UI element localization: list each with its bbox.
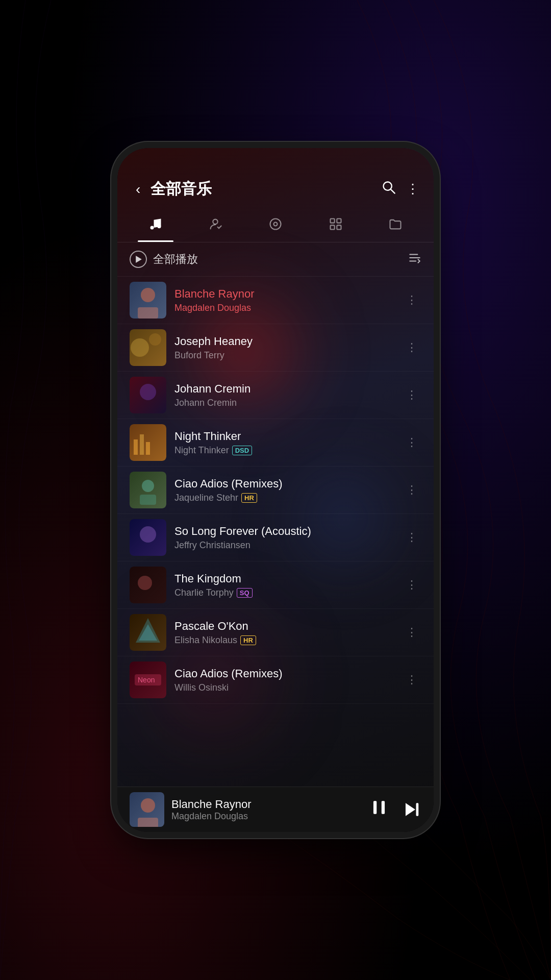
song-title: Blanche Raynor — [174, 287, 394, 301]
svg-marker-11 — [136, 256, 142, 263]
song-more-button[interactable]: ⋮ — [402, 337, 421, 358]
playlists-icon — [329, 217, 343, 235]
song-title: The Kingdom — [174, 572, 394, 585]
song-item[interactable]: So Long Forever (Acoustic) Jeffry Christ… — [117, 514, 434, 561]
svg-rect-43 — [373, 801, 377, 814]
song-title: Night Thinker — [174, 430, 394, 443]
song-item[interactable]: Neon Ciao Adios (Remixes) Willis Osinski… — [117, 656, 434, 704]
song-info: Ciao Adios (Remixes) Willis Osinski — [174, 667, 394, 693]
song-artist: Elisha Nikolaus HR — [174, 635, 394, 646]
song-item[interactable]: The Kingdom Charlie Torphy SQ ⋮ — [117, 561, 434, 609]
song-list: Blanche Raynor Magdalen Douglas ⋮ Joseph… — [117, 277, 434, 787]
quality-badge: HR — [241, 493, 257, 503]
pause-button[interactable] — [369, 798, 389, 822]
page-title: 全部音乐 — [151, 179, 375, 200]
play-all-button[interactable] — [130, 251, 147, 268]
song-thumbnail — [130, 424, 166, 461]
svg-rect-25 — [140, 434, 144, 455]
svg-point-3 — [157, 225, 161, 228]
song-info: The Kingdom Charlie Torphy SQ — [174, 572, 394, 598]
song-more-button[interactable]: ⋮ — [402, 574, 421, 596]
folders-icon — [388, 217, 403, 235]
song-info: Blanche Raynor Magdalen Douglas — [174, 287, 394, 313]
svg-point-4 — [213, 219, 218, 224]
svg-point-41 — [141, 798, 155, 813]
svg-rect-7 — [330, 219, 334, 223]
svg-rect-29 — [140, 495, 156, 505]
tab-songs[interactable] — [126, 212, 186, 242]
song-thumbnail — [130, 472, 166, 508]
tab-artists[interactable] — [186, 212, 246, 242]
now-playing-info: Blanche Raynor Magdalen Douglas — [171, 798, 362, 822]
header: ‹ 全部音乐 ⋮ — [117, 148, 434, 208]
song-item[interactable]: Pascale O'Kon Elisha Nikolaus HR ⋮ — [117, 609, 434, 656]
sort-button[interactable] — [408, 251, 421, 267]
svg-rect-42 — [138, 818, 158, 827]
song-thumbnail — [130, 282, 166, 318]
song-more-button[interactable]: ⋮ — [402, 384, 421, 406]
song-item[interactable]: Joseph Heaney Buford Terry ⋮ — [117, 324, 434, 372]
svg-rect-17 — [138, 307, 158, 318]
song-thumbnail — [130, 377, 166, 413]
song-item[interactable]: Blanche Raynor Magdalen Douglas ⋮ — [117, 277, 434, 324]
phone-inner: ‹ 全部音乐 ⋮ — [117, 148, 434, 832]
tab-albums[interactable] — [245, 212, 306, 242]
song-thumbnail — [130, 567, 166, 603]
svg-rect-24 — [134, 439, 138, 455]
play-all-label: 全部播放 — [153, 252, 402, 267]
svg-text:Neon: Neon — [138, 676, 155, 684]
svg-rect-46 — [416, 803, 419, 816]
now-playing-artist: Magdalen Douglas — [171, 811, 362, 822]
now-playing-title: Blanche Raynor — [171, 798, 362, 811]
song-info: So Long Forever (Acoustic) Jeffry Christ… — [174, 525, 394, 551]
song-more-button[interactable]: ⋮ — [402, 527, 421, 548]
song-more-button[interactable]: ⋮ — [402, 432, 421, 453]
svg-point-16 — [141, 288, 155, 302]
search-button[interactable] — [382, 180, 396, 198]
tab-playlists[interactable] — [306, 212, 366, 242]
song-artist: Charlie Torphy SQ — [174, 587, 394, 598]
song-thumbnail: Neon — [130, 662, 166, 698]
song-artist: Buford Terry — [174, 350, 394, 361]
song-info: Night Thinker Night Thinker DSD — [174, 430, 394, 456]
song-item[interactable]: Ciao Adios (Remixes) Jaqueline Stehr HR … — [117, 467, 434, 514]
song-artist: Willis Osinski — [174, 682, 394, 693]
svg-point-22 — [140, 384, 156, 400]
song-artist: Johann Cremin — [174, 398, 394, 408]
song-more-button[interactable]: ⋮ — [402, 479, 421, 501]
next-button[interactable] — [401, 799, 421, 820]
song-more-button[interactable]: ⋮ — [402, 289, 421, 311]
song-artist: Night Thinker DSD — [174, 445, 394, 456]
phone-shell: ‹ 全部音乐 ⋮ — [117, 148, 434, 832]
song-title: Joseph Heaney — [174, 335, 394, 348]
nav-tabs — [117, 208, 434, 242]
svg-rect-10 — [337, 225, 341, 229]
song-thumbnail — [130, 519, 166, 556]
playback-controls — [369, 798, 421, 822]
tab-folders[interactable] — [365, 212, 425, 242]
artists-icon — [208, 217, 222, 235]
song-info: Ciao Adios (Remixes) Jaqueline Stehr HR — [174, 477, 394, 503]
song-thumbnail — [130, 614, 166, 651]
back-button[interactable]: ‹ — [132, 179, 144, 200]
song-item[interactable]: Johann Cremin Johann Cremin ⋮ — [117, 372, 434, 419]
song-more-button[interactable]: ⋮ — [402, 669, 421, 691]
svg-point-19 — [131, 338, 149, 357]
song-artist: Jeffry Christiansen — [174, 540, 394, 551]
svg-point-31 — [140, 526, 156, 543]
quality-badge: SQ — [237, 588, 253, 598]
song-title: So Long Forever (Acoustic) — [174, 525, 394, 538]
song-title: Ciao Adios (Remixes) — [174, 667, 394, 680]
svg-rect-8 — [337, 219, 341, 223]
song-item[interactable]: Night Thinker Night Thinker DSD ⋮ — [117, 419, 434, 467]
header-actions: ⋮ — [382, 180, 419, 198]
svg-marker-45 — [406, 803, 415, 816]
song-title: Ciao Adios (Remixes) — [174, 477, 394, 491]
song-more-button[interactable]: ⋮ — [402, 622, 421, 643]
more-options-button[interactable]: ⋮ — [406, 181, 419, 197]
quality-badge: HR — [240, 635, 256, 645]
now-playing-bar[interactable]: Blanche Raynor Magdalen Douglas — [117, 787, 434, 832]
svg-rect-26 — [146, 442, 150, 455]
svg-point-2 — [150, 226, 154, 230]
song-artist: Jaqueline Stehr HR — [174, 493, 394, 503]
